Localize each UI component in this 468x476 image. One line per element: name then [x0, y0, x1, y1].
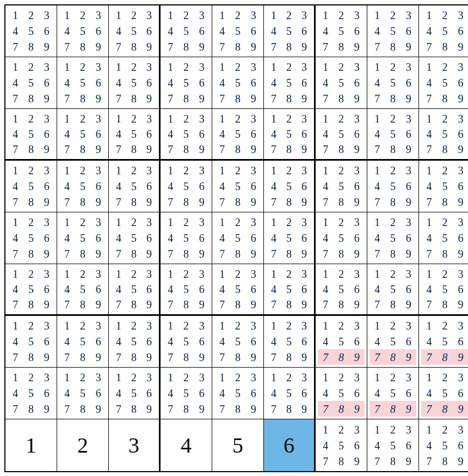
- cell-r4-c7[interactable]: 123456789: [367, 212, 419, 264]
- cell-r8-c3[interactable]: 4: [161, 419, 212, 471]
- pencil-row-0: 123: [59, 266, 106, 282]
- pencil-mark-1: 1: [421, 424, 437, 435]
- cell-r7-c3[interactable]: 123456789: [161, 368, 212, 419]
- cell-r0-c5[interactable]: 123456789: [264, 5, 316, 57]
- cell-r2-c2[interactable]: 123456789: [109, 109, 161, 161]
- cell-r2-c0[interactable]: 123456789: [5, 109, 57, 161]
- cell-r5-c1[interactable]: 123456789: [57, 264, 109, 316]
- cell-r6-c8[interactable]: 123456789: [419, 316, 468, 368]
- cell-r8-c1[interactable]: 2: [57, 419, 109, 471]
- cell-r0-c2[interactable]: 123456789: [109, 5, 161, 57]
- cell-r4-c1[interactable]: 123456789: [57, 212, 109, 264]
- cell-r1-c5[interactable]: 123456789: [264, 57, 316, 109]
- cell-r1-c0[interactable]: 123456789: [5, 57, 57, 109]
- cell-r8-c0[interactable]: 1: [5, 419, 57, 471]
- cell-r2-c3[interactable]: 123456789: [161, 109, 212, 161]
- cell-value: 3: [109, 419, 159, 471]
- cell-r7-c4[interactable]: 123456789: [212, 368, 264, 419]
- cell-r7-c8[interactable]: 123456789: [419, 368, 468, 419]
- cell-r8-c5[interactable]: 6: [264, 419, 316, 471]
- cell-r1-c7[interactable]: 123456789: [367, 57, 419, 109]
- cell-r3-c2[interactable]: 123456789: [109, 161, 161, 212]
- cell-r6-c2[interactable]: 123456789: [109, 316, 161, 368]
- cell-r4-c6[interactable]: 123456789: [316, 212, 367, 264]
- cell-r0-c7[interactable]: 123456789: [367, 5, 419, 57]
- cell-r1-c6[interactable]: 123456789: [316, 57, 367, 109]
- cell-r3-c7[interactable]: 123456789: [367, 161, 419, 212]
- cell-r6-c6[interactable]: 123456789: [316, 316, 367, 368]
- cell-r3-c5[interactable]: 123456789: [264, 161, 316, 212]
- cell-r6-c0[interactable]: 123456789: [5, 316, 57, 368]
- pencil-mark-4: 4: [266, 388, 281, 399]
- cell-r6-c1[interactable]: 123456789: [57, 316, 109, 368]
- cell-r5-c2[interactable]: 123456789: [109, 264, 161, 316]
- cell-r0-c8[interactable]: 123456789: [419, 5, 468, 57]
- cell-r5-c5[interactable]: 123456789: [264, 264, 316, 316]
- cell-r2-c6[interactable]: 123456789: [316, 109, 367, 161]
- cell-r3-c4[interactable]: 123456789: [212, 161, 264, 212]
- cell-r5-c3[interactable]: 123456789: [161, 264, 212, 316]
- cell-r7-c5[interactable]: 123456789: [264, 368, 316, 419]
- cell-r0-c0[interactable]: 123456789: [5, 5, 57, 57]
- cell-r2-c5[interactable]: 123456789: [264, 109, 316, 161]
- cell-r5-c7[interactable]: 123456789: [367, 264, 419, 316]
- cell-r4-c3[interactable]: 123456789: [161, 212, 212, 264]
- cell-r6-c5[interactable]: 123456789: [264, 316, 316, 368]
- cell-r5-c4[interactable]: 123456789: [212, 264, 264, 316]
- pencil-row-0: 123: [214, 8, 261, 23]
- pencil-marks: 123456789: [109, 368, 159, 419]
- cell-r6-c3[interactable]: 123456789: [161, 316, 212, 368]
- cell-r1-c4[interactable]: 123456789: [212, 57, 264, 109]
- cell-r5-c0[interactable]: 123456789: [5, 264, 57, 316]
- cell-r4-c2[interactable]: 123456789: [109, 212, 161, 264]
- pencil-mark-1: 1: [318, 62, 334, 72]
- cell-r8-c8[interactable]: 123456789: [419, 419, 468, 471]
- pencil-mark-4: 4: [214, 336, 230, 347]
- cell-r4-c5[interactable]: 123456789: [264, 212, 316, 264]
- pencil-mark-6: 6: [90, 284, 106, 295]
- cell-r1-c8[interactable]: 123456789: [419, 57, 468, 109]
- cell-r0-c4[interactable]: 123456789: [212, 5, 264, 57]
- pencil-row-2: 789: [111, 142, 157, 157]
- cell-r3-c3[interactable]: 123456789: [161, 161, 212, 212]
- cell-r0-c1[interactable]: 123456789: [57, 5, 109, 57]
- cell-r8-c6[interactable]: 123456789: [316, 419, 367, 471]
- cell-r8-c7[interactable]: 123456789: [367, 419, 419, 471]
- pencil-mark-3: 3: [453, 320, 468, 331]
- cell-r2-c4[interactable]: 123456789: [212, 109, 264, 161]
- cell-r8-c2[interactable]: 3: [109, 419, 161, 471]
- pencil-mark-5: 5: [126, 388, 141, 399]
- pencil-row-2: 789: [266, 401, 312, 417]
- cell-r7-c1[interactable]: 123456789: [57, 368, 109, 419]
- cell-r1-c1[interactable]: 123456789: [57, 57, 109, 109]
- cell-r3-c6[interactable]: 123456789: [316, 161, 367, 212]
- cell-r2-c7[interactable]: 123456789: [367, 109, 419, 161]
- cell-r0-c6[interactable]: 123456789: [316, 5, 367, 57]
- pencil-mark-8: 8: [281, 404, 297, 414]
- cell-r7-c2[interactable]: 123456789: [109, 368, 161, 419]
- cell-r7-c7[interactable]: 123456789: [367, 368, 419, 419]
- cell-r2-c8[interactable]: 123456789: [419, 109, 468, 161]
- cell-r6-c4[interactable]: 123456789: [212, 316, 264, 368]
- cell-r4-c4[interactable]: 123456789: [212, 212, 264, 264]
- cell-r5-c6[interactable]: 123456789: [316, 264, 367, 316]
- cell-r1-c3[interactable]: 123456789: [161, 57, 212, 109]
- cell-r3-c8[interactable]: 123456789: [419, 161, 468, 212]
- cell-r2-c1[interactable]: 123456789: [57, 109, 109, 161]
- cell-r8-c4[interactable]: 5: [212, 419, 264, 471]
- cell-r3-c1[interactable]: 123456789: [57, 161, 109, 212]
- cell-r4-c0[interactable]: 123456789: [5, 212, 57, 264]
- pencil-mark-3: 3: [90, 320, 106, 331]
- cell-r4-c8[interactable]: 123456789: [419, 212, 468, 264]
- pencil-mark-2: 2: [281, 165, 297, 176]
- cell-r3-c0[interactable]: 123456789: [5, 161, 57, 212]
- cell-r7-c6[interactable]: 123456789: [316, 368, 367, 419]
- pencil-mark-3: 3: [349, 320, 365, 331]
- cell-r5-c8[interactable]: 123456789: [419, 264, 468, 316]
- cell-r7-c0[interactable]: 123456789: [5, 368, 57, 419]
- cell-r6-c7[interactable]: 123456789: [367, 316, 419, 368]
- pencil-marks: 123456789: [212, 57, 263, 108]
- pencil-mark-2: 2: [75, 10, 91, 21]
- cell-r1-c2[interactable]: 123456789: [109, 57, 161, 109]
- cell-r0-c3[interactable]: 123456789: [161, 5, 212, 57]
